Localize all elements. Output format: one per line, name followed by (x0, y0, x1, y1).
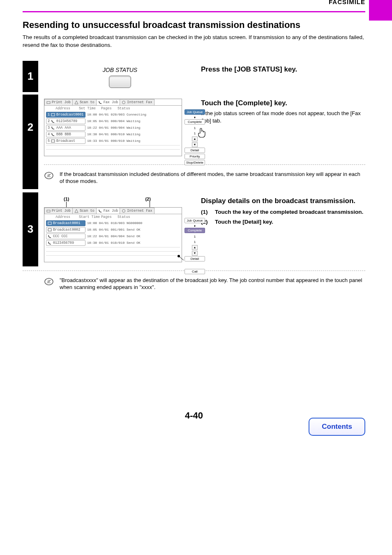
tab-scan-to[interactable]: Scan to (72, 208, 97, 214)
job-row-info: 10:22 04/01 004/004 Send OK (85, 234, 141, 238)
detail-button[interactable]: Detail (184, 148, 205, 153)
page-indicator: 1 (194, 240, 196, 244)
job-row-button[interactable]: 5Broadcast (46, 138, 85, 144)
section-side-tab (369, 0, 392, 21)
note-icon (44, 277, 54, 288)
col-status: Status (118, 215, 136, 219)
complete-button[interactable]: Complete (184, 119, 205, 125)
col-start-time: Start Time (79, 215, 101, 219)
job-queue-button[interactable]: Job Queue (184, 109, 205, 115)
svg-point-1 (122, 101, 125, 104)
callout-pointer-icon (176, 254, 185, 264)
svg-rect-3 (51, 140, 55, 142)
step-1: 1 JOB STATUS Press the [JOB STATUS] key. (23, 61, 365, 92)
job-status-panel: Print Job Scan to Fax Job Internet Fax A… (44, 99, 182, 156)
scroll-up-button[interactable]: ▲ (192, 245, 198, 250)
step-number: 1 (23, 61, 38, 92)
substep-number: (1) (201, 208, 215, 216)
col-status: Status (118, 106, 136, 111)
broadcast-job-button[interactable]: Broadcast0002 (46, 227, 85, 233)
page-indicator: 1 (194, 132, 196, 135)
step-3: 3 (1) (2) Print Job Scan to Fax Job (23, 192, 365, 266)
substep-text: Touch the key of the completed broadcast… (215, 208, 363, 216)
callout-1: (1) (64, 197, 69, 201)
scroll-down-button[interactable]: ▼ (192, 251, 198, 256)
step-2-note: If the broadcast transmission included d… (60, 171, 365, 185)
header-rule (23, 11, 365, 12)
job-row-button[interactable]: 20123456789 (46, 118, 85, 124)
page-indicator: 1 (194, 126, 196, 130)
complete-button[interactable]: Complete (184, 228, 205, 233)
col-pages: Pages (101, 215, 118, 219)
detail-button[interactable]: Detail (184, 256, 205, 261)
col-set-time: Set Time (79, 106, 101, 111)
step-3-note: "Broadcastxxxx" will appear as the desti… (60, 277, 365, 291)
tab-print-job[interactable]: Print Job (44, 99, 73, 105)
tab-print-job[interactable]: Print Job (44, 208, 73, 214)
substep-text: Touch the [Detail] key. (215, 218, 273, 226)
col-address: Address (47, 215, 79, 219)
job-queue-button[interactable]: Job Queue (184, 218, 205, 223)
job-status-panel-complete: Print Job Scan to Fax Job Internet Fax A… (44, 207, 182, 262)
job-row-info: 10:00 04/01 020/003 Connecting (85, 113, 146, 116)
job-row-button[interactable]: 1Broadcast0001 (46, 112, 85, 118)
section-header: FACSIMILE (23, 0, 365, 5)
note: If the broadcast transmission included d… (44, 169, 365, 189)
job-row-info: 10:05 04/01 000/004 Waiting (85, 119, 141, 123)
job-row-info: 10:30 04/01 000/010 Waiting (85, 132, 141, 136)
job-row-button[interactable]: 4BBB BBB (46, 132, 85, 137)
step-3-title: Display details on the broadcast transmi… (201, 197, 365, 205)
page-indicator: 1 (194, 235, 196, 238)
job-row-button[interactable]: 3AAA AAA (46, 125, 85, 131)
stop-delete-button[interactable]: Stop/Delete (184, 160, 205, 165)
step-2-title: Touch the [Complete] key. (201, 99, 365, 107)
col-address: Address (47, 106, 79, 111)
tab-internet-fax[interactable]: Internet Fax (120, 99, 154, 105)
broadcast-job-button[interactable]: Broadcast0001 (46, 220, 85, 226)
job-row-info: 10:00 04/01 010/003 NG000000 (85, 221, 142, 225)
priority-button[interactable]: Priority (184, 154, 205, 159)
job-row-info: 10:05 04/01 001/001 Send OK (85, 228, 141, 231)
tab-fax-job[interactable]: Fax Job (96, 208, 120, 214)
svg-rect-8 (48, 229, 51, 231)
job-status-key-label: JOB STATUS (44, 67, 196, 73)
svg-rect-2 (51, 113, 55, 116)
contents-button[interactable]: Contents (309, 418, 365, 436)
job-row-button[interactable]: CCC CCC (46, 234, 85, 239)
col-pages: Pages (101, 106, 118, 111)
step-number: 3 (23, 192, 38, 266)
job-row-info: 10:22 04/01 000/004 Waiting (85, 126, 141, 130)
job-row-info: 10:30 04/01 010/010 Send OK (85, 241, 141, 245)
tab-fax-job[interactable]: Fax Job (96, 99, 120, 105)
step-number: 2 (23, 95, 38, 160)
scroll-down-button[interactable]: ▼ (192, 142, 198, 147)
job-row-info: 10:33 04/01 000/010 Waiting (85, 139, 141, 143)
job-status-key-icon (109, 76, 131, 88)
step-1-title: Press the [JOB STATUS] key. (201, 65, 365, 74)
note-icon (44, 171, 54, 182)
panel-side-column: Job Queue ♦ Complete 1 1 ▲ ▼ Detail Call (184, 218, 205, 275)
note: "Broadcastxxxx" will appear as the desti… (23, 275, 365, 295)
svg-rect-7 (48, 222, 51, 224)
hand-pointer-icon (196, 127, 208, 141)
svg-rect-0 (47, 102, 50, 104)
svg-point-6 (122, 209, 125, 212)
job-row-button[interactable]: 0123456789 (46, 240, 85, 246)
step-2-desc: If the job status screen of fax mode doe… (201, 110, 365, 124)
tab-scan-to[interactable]: Scan to (72, 99, 97, 105)
page-title: Resending to unsuccessful broadcast tran… (23, 20, 365, 30)
step-2: 2 Print Job Scan to Fax Job Internet Fax… (23, 95, 365, 160)
call-button[interactable]: Call (184, 269, 205, 274)
callout-2: (2) (145, 197, 150, 201)
svg-rect-5 (47, 210, 50, 212)
intro-text: The results of a completed broadcast tra… (23, 34, 365, 49)
tab-internet-fax[interactable]: Internet Fax (120, 208, 154, 214)
